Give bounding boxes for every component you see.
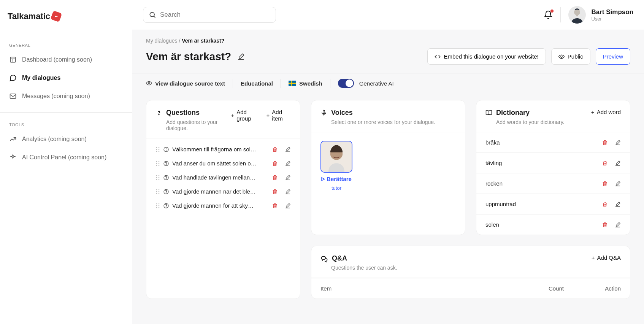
svg-point-12 xyxy=(159,147,160,148)
svg-point-44 xyxy=(156,205,157,206)
delete-button[interactable] xyxy=(272,189,278,195)
delete-button[interactable] xyxy=(602,201,608,207)
edit-button[interactable] xyxy=(615,160,621,166)
add-item-button[interactable]: + Add item xyxy=(266,109,291,122)
sidebar-item-label: Analytics (coming soon) xyxy=(22,136,87,143)
view-source-button[interactable]: View dialogue source text xyxy=(146,80,233,87)
question-row[interactable]: Vad gjorde mannen när det ble… xyxy=(149,184,297,199)
sidebar-item-label: Messages (coming soon) xyxy=(22,93,90,100)
public-button[interactable]: Public xyxy=(551,48,590,65)
qa-panel: Q&A Questions the user can ask. + Add Q&… xyxy=(311,246,630,299)
add-qa-button[interactable]: + Add Q&A xyxy=(592,254,621,261)
search-input[interactable] xyxy=(160,11,270,19)
panel-subtitle: Add words to your dictionary. xyxy=(496,119,565,125)
question-type-icon xyxy=(163,175,169,181)
svg-point-21 xyxy=(159,163,160,164)
voice-card[interactable]: Berättare tutor xyxy=(320,141,353,191)
svg-point-37 xyxy=(159,191,160,192)
book-icon xyxy=(485,110,492,116)
drag-handle-icon[interactable] xyxy=(155,189,160,195)
svg-point-13 xyxy=(156,149,157,150)
delete-button[interactable] xyxy=(272,203,278,209)
question-row[interactable]: Vad handlade tävlingen mellan… xyxy=(149,170,297,184)
svg-point-17 xyxy=(164,147,168,152)
sidebar-item-messages[interactable]: Messages (coming soon) xyxy=(5,87,127,105)
avatar xyxy=(568,6,586,24)
dictionary-row[interactable]: solen xyxy=(476,214,630,235)
sidebar: Talkamatic •• GENERAL Dashboard (coming … xyxy=(0,0,132,324)
sidebar-item-analytics[interactable]: Analytics (coming soon) xyxy=(5,130,127,148)
generative-ai-toggle[interactable]: Generative AI xyxy=(338,79,401,88)
edit-title-button[interactable] xyxy=(237,53,245,60)
question-row[interactable]: Välkommen till frågorna om sol… xyxy=(149,142,297,156)
question-row[interactable]: Vad anser du om sättet solen o… xyxy=(149,156,297,170)
edit-button[interactable] xyxy=(285,160,291,167)
brand-name: Talkamatic xyxy=(8,11,50,21)
plus-icon: + xyxy=(592,254,595,261)
embed-button[interactable]: Embed this dialogue on your website! xyxy=(427,48,546,65)
delete-button[interactable] xyxy=(602,222,608,228)
edit-button[interactable] xyxy=(285,189,291,195)
sparkle-icon xyxy=(9,154,17,161)
add-group-button[interactable]: + Add group xyxy=(231,109,259,122)
language-tag: Swedish xyxy=(289,80,330,87)
drag-handle-icon[interactable] xyxy=(155,203,160,209)
svg-point-45 xyxy=(159,205,160,206)
dictionary-row[interactable]: uppmuntrad xyxy=(476,194,630,214)
notification-dot-icon xyxy=(550,10,554,13)
drag-handle-icon[interactable] xyxy=(155,146,160,152)
drag-handle-icon[interactable] xyxy=(155,160,160,167)
add-word-button[interactable]: + Add word xyxy=(591,109,621,115)
trend-icon xyxy=(9,135,17,143)
delete-button[interactable] xyxy=(272,146,278,152)
dictionary-row[interactable]: tävling xyxy=(476,153,630,173)
nav-section-label-tools: TOOLS xyxy=(5,119,127,130)
edit-button[interactable] xyxy=(615,181,621,187)
delete-button[interactable] xyxy=(602,160,608,166)
toggle-switch[interactable] xyxy=(338,79,354,88)
svg-point-31 xyxy=(159,179,160,180)
svg-point-34 xyxy=(156,189,157,190)
delete-button[interactable] xyxy=(602,140,608,146)
preview-button[interactable]: Preview xyxy=(596,48,630,65)
edit-button[interactable] xyxy=(285,175,291,181)
sidebar-item-my-dialogues[interactable]: My dialogues xyxy=(5,69,127,87)
qa-icon xyxy=(320,255,328,262)
breadcrumb-current: Vem är starkast? xyxy=(182,38,224,44)
sidebar-item-label: AI Control Panel (coming soon) xyxy=(22,154,106,161)
svg-point-19 xyxy=(159,161,160,162)
drag-handle-icon[interactable] xyxy=(155,175,160,181)
sidebar-item-ai-control[interactable]: AI Control Panel (coming soon) xyxy=(5,148,127,167)
edit-button[interactable] xyxy=(615,201,621,207)
user-menu[interactable]: Bart Simpson User xyxy=(568,6,633,24)
svg-rect-4 xyxy=(576,14,578,16)
search-input-wrap[interactable] xyxy=(143,7,276,23)
sidebar-item-dashboard[interactable]: Dashboard (coming soon) xyxy=(5,51,127,69)
delete-button[interactable] xyxy=(272,160,278,167)
edit-button[interactable] xyxy=(285,146,291,152)
question-type-icon xyxy=(163,189,169,195)
voice-avatar xyxy=(320,141,352,173)
dictionary-panel: Dictionary Add words to your dictionary.… xyxy=(476,100,630,235)
dictionary-row[interactable]: bråka xyxy=(476,132,630,153)
question-text: Vad gjorde mannen för att sky… xyxy=(172,202,269,209)
edit-button[interactable] xyxy=(615,140,621,146)
breadcrumb: My dialogues / Vem är starkast? xyxy=(146,38,630,44)
svg-point-41 xyxy=(166,192,166,193)
delete-button[interactable] xyxy=(272,175,278,181)
notifications-button[interactable] xyxy=(544,10,553,19)
svg-point-6 xyxy=(148,83,150,84)
svg-point-30 xyxy=(156,179,157,180)
dictionary-row[interactable]: rocken xyxy=(476,173,630,194)
edit-button[interactable] xyxy=(285,203,291,209)
edit-button[interactable] xyxy=(615,222,621,228)
question-row[interactable]: Vad gjorde mannen för att sky… xyxy=(149,199,297,213)
breadcrumb-root[interactable]: My dialogues xyxy=(146,38,178,44)
search-icon xyxy=(149,11,156,19)
question-text: Vad anser du om sättet solen o… xyxy=(172,160,269,167)
question-text: Vad handlade tävlingen mellan… xyxy=(172,174,269,181)
svg-point-16 xyxy=(159,151,160,152)
svg-point-27 xyxy=(159,175,160,176)
delete-button[interactable] xyxy=(602,181,608,187)
svg-point-26 xyxy=(156,175,157,176)
